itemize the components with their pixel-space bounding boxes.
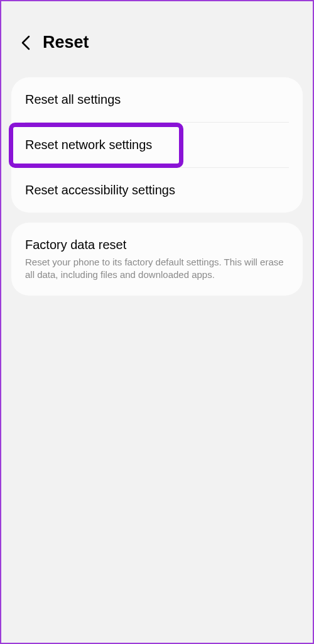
header: Reset [1, 1, 313, 71]
back-icon[interactable] [20, 34, 31, 52]
list-item-label: Reset accessibility settings [25, 183, 289, 197]
list-item-label: Reset all settings [25, 92, 289, 107]
list-item-description: Reset your phone to its factory default … [25, 256, 289, 282]
factory-reset-card: Factory data reset Reset your phone to i… [11, 223, 303, 296]
list-item-label: Reset network settings [25, 138, 289, 152]
page-title: Reset [43, 33, 89, 52]
reset-accessibility-settings-item[interactable]: Reset accessibility settings [11, 168, 303, 213]
reset-all-settings-item[interactable]: Reset all settings [11, 77, 303, 122]
reset-options-card: Reset all settings Reset network setting… [11, 77, 303, 213]
reset-network-settings-item[interactable]: Reset network settings [11, 123, 303, 167]
list-item-label: Factory data reset [25, 238, 289, 252]
factory-data-reset-item[interactable]: Factory data reset Reset your phone to i… [11, 223, 303, 296]
